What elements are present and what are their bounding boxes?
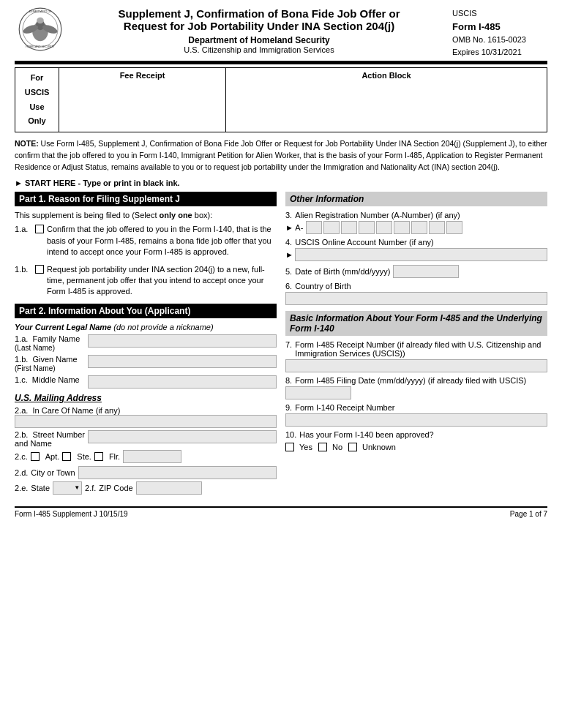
fee-receipt-section: Fee Receipt <box>59 68 226 132</box>
state-zip-row: 2.e. State ▼ 2.f. ZIP Code <box>15 481 277 495</box>
item7-num: 7. <box>285 340 292 358</box>
header: DEPARTMENT OF HOMELAND SECURITY Suppleme… <box>15 7 547 58</box>
a-num-cell-2[interactable] <box>323 221 340 234</box>
page: DEPARTMENT OF HOMELAND SECURITY Suppleme… <box>0 0 562 728</box>
given-name-label: Given Name <box>32 355 77 364</box>
item8-label: Form I-485 Filing Date (mm/dd/yyyy) (if … <box>295 376 526 385</box>
state-select[interactable]: ▼ <box>53 481 82 495</box>
item9-label: Form I-140 Receipt Number <box>295 403 394 412</box>
dob-row: 5. Date of Birth (mm/dd/yyyy) <box>285 265 547 278</box>
svg-text:HOMELAND SECURITY: HOMELAND SECURITY <box>26 45 55 48</box>
for-uscis-use-label: For USCIS Use Only <box>15 68 59 132</box>
i485-receipt-input[interactable] <box>285 359 547 372</box>
apt-label: Apt. <box>45 452 60 461</box>
street-input[interactable] <box>88 430 277 443</box>
checkbox-1a[interactable] <box>35 225 44 233</box>
svg-text:DEPARTMENT OF: DEPARTMENT OF <box>29 10 52 13</box>
item6-label: Country of Birth <box>295 282 351 290</box>
city-label: City or Town <box>31 468 75 477</box>
item6-num: 6. <box>285 282 292 290</box>
given-name-sub: (First Name) <box>15 364 56 372</box>
a-num-cell-9[interactable] <box>446 221 462 234</box>
i140-approved-section: 10. Has your Form I-140 been approved? Y… <box>285 430 547 451</box>
street-label: Street Number <box>32 430 85 439</box>
zip-num: 2.f. <box>85 484 96 492</box>
name-section-label: Your Current Legal Name (do not provide … <box>15 323 277 331</box>
item-1b-num: 1.b. <box>15 264 35 275</box>
city-row: 2.d. City or Town <box>15 466 277 479</box>
apt-checkbox[interactable] <box>31 452 40 461</box>
a-num-cell-6[interactable] <box>394 221 410 234</box>
apt-num: 2.c. <box>15 452 28 461</box>
dob-input[interactable] <box>393 265 459 278</box>
part2-header: Part 2. Information About You (Applicant… <box>15 304 277 318</box>
zip-input[interactable] <box>136 481 202 495</box>
checkbox-1b[interactable] <box>35 265 44 274</box>
given-name-input[interactable] <box>88 355 277 368</box>
street-row: 2.b. Street Number and Name <box>15 430 277 448</box>
i140-receipt-input[interactable] <box>285 413 547 427</box>
item-1a-num: 1.a. <box>15 224 35 235</box>
ste-checkbox[interactable] <box>62 452 71 461</box>
a-num-cell-4[interactable] <box>359 221 375 234</box>
header-divider <box>15 61 547 64</box>
yes-checkbox[interactable] <box>285 443 294 451</box>
item10-num: 10. <box>285 430 296 439</box>
i140-receipt-section: 9. Form I-140 Receipt Number <box>285 403 547 427</box>
footer-left: Form I-485 Supplement J 10/15/19 <box>15 510 128 518</box>
country-birth-input[interactable] <box>285 292 547 305</box>
yes-label: Yes <box>299 443 312 451</box>
part1-header: Part 1. Reason for Filing Supplement J <box>15 192 277 206</box>
city-input[interactable] <box>78 466 277 479</box>
online-arrow: ► <box>285 250 293 259</box>
flr-label: Flr. <box>109 452 120 461</box>
online-account-input[interactable] <box>295 248 547 261</box>
middle-name-row: 1.c. Middle Name <box>15 375 277 389</box>
street-num: 2.b. <box>15 430 28 439</box>
family-name-label: Family Name <box>32 334 80 343</box>
i485-filing-date-input[interactable] <box>285 386 351 399</box>
item9-num: 9. <box>285 403 292 412</box>
apt-number-input[interactable] <box>123 450 181 463</box>
no-checkbox[interactable] <box>318 443 327 451</box>
a-num-cell-8[interactable] <box>429 221 445 234</box>
note-section: NOTE: Use Form I-485, Supplement J, Conf… <box>15 138 547 173</box>
a-num-cell-5[interactable] <box>376 221 392 234</box>
in-care-input[interactable] <box>15 415 277 428</box>
state-label: State <box>31 484 50 492</box>
zip-label: ZIP Code <box>99 484 132 492</box>
a-num-cell-7[interactable] <box>411 221 427 234</box>
footer-right: Page 1 of 7 <box>510 510 547 518</box>
street-label2: and Name <box>15 439 52 448</box>
family-name-sub: (Last Name) <box>15 344 55 352</box>
sub-department-label: U.S. Citizenship and Immigration Service… <box>66 45 452 54</box>
note-label: NOTE: <box>15 139 39 148</box>
part1-intro: This supplement is being filed to (Selec… <box>15 211 277 219</box>
a-prefix-label: ► A- <box>285 223 303 232</box>
flr-checkbox[interactable] <box>94 452 103 461</box>
other-info-header: Other Information <box>285 192 547 206</box>
footer: Form I-485 Supplement J 10/15/19 Page 1 … <box>15 506 547 518</box>
family-name-num: 1.a. <box>15 334 28 343</box>
form-name-label: Form I-485 <box>452 20 547 34</box>
dhs-seal-icon: DEPARTMENT OF HOMELAND SECURITY <box>18 7 62 51</box>
item3-label: Alien Registration Number (A-Number) (if… <box>295 211 460 219</box>
item4-num: 4. <box>285 238 292 247</box>
family-name-input[interactable] <box>88 334 277 348</box>
i485-filing-date-section: 8. Form I-485 Filing Date (mm/dd/yyyy) (… <box>285 376 547 399</box>
no-option: No <box>318 442 342 451</box>
a-num-cell-3[interactable] <box>341 221 357 234</box>
ste-label: Ste. <box>77 452 91 461</box>
given-name-row: 1.b. Given Name (First Name) <box>15 355 277 372</box>
item3-num: 3. <box>285 211 292 219</box>
item-1a-text: Confirm that the job offered to you in t… <box>47 224 277 258</box>
a-num-cell-1[interactable] <box>306 221 322 234</box>
middle-name-input[interactable] <box>88 375 277 389</box>
fee-action-box: For USCIS Use Only Fee Receipt Action Bl… <box>15 67 547 132</box>
unknown-checkbox[interactable] <box>348 443 357 451</box>
svg-point-6 <box>37 18 44 23</box>
action-block-header: Action Block <box>232 71 541 80</box>
omb-label: OMB No. 1615-0023 <box>452 34 547 46</box>
logo: DEPARTMENT OF HOMELAND SECURITY <box>15 7 66 51</box>
item5-label: Date of Birth (mm/dd/yyyy) <box>295 267 390 276</box>
